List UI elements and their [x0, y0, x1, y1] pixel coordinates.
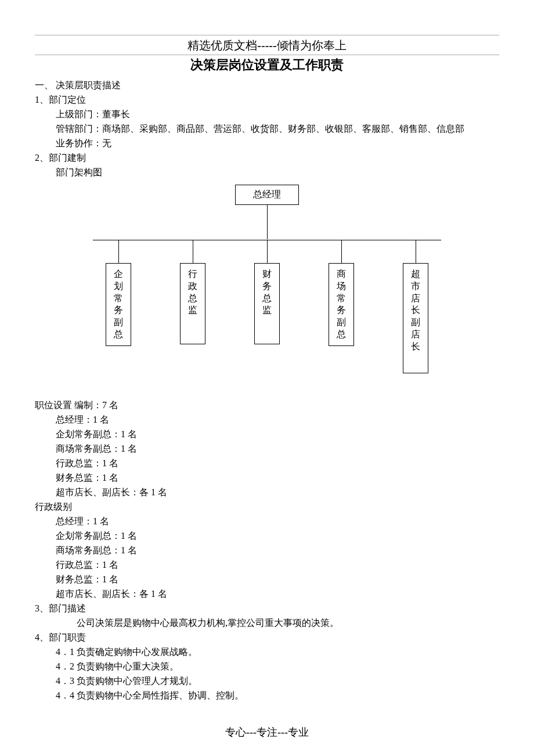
org-box-supermarket-manager: 超 市 店 长 副 店 长 [403, 263, 428, 373]
level-mall-vp: 商场常务副总：1 名 [56, 545, 499, 557]
position-gm: 总经理：1 名 [56, 414, 499, 426]
org-branches: 企 划 常 务 副 总 行 政 总 监 财 务 总 监 [64, 240, 470, 373]
duty-4-4: 4．4 负责购物中心全局性指挥、协调、控制。 [56, 690, 499, 702]
duty-4-2: 4．2 负责购物中心重大决策。 [56, 661, 499, 673]
document-title: 决策层岗位设置及工作职责 [35, 56, 499, 74]
org-connector-vertical [267, 204, 268, 239]
duty-4-3: 4．3 负责购物中心管理人才规划。 [56, 675, 499, 687]
header-top-rule [35, 35, 499, 35]
org-connector-branch [193, 240, 193, 263]
header-watermark: 精选优质文档-----倾情为你奉上 [35, 38, 499, 55]
org-connector-branch [416, 240, 416, 263]
level-finance-director: 财务总监：1 名 [56, 574, 499, 586]
dept-description: 公司决策层是购物中心最高权力机构,掌控公司重大事项的决策。 [77, 617, 499, 629]
duty-4-1: 4．1 负责确定购物中心发展战略。 [56, 646, 499, 658]
org-box-planning-vp: 企 划 常 务 副 总 [106, 263, 131, 346]
org-connector-branch [341, 240, 342, 263]
org-connector-branch [118, 240, 119, 263]
dept-manage: 管辖部门：商场部、采购部、商品部、营运部、收货部、财务部、收银部、客服部、销售部… [56, 123, 499, 135]
position-mall-vp: 商场常务副总：1 名 [56, 443, 499, 455]
level-planning-vp: 企划常务副总：1 名 [56, 530, 499, 542]
org-box-finance-director: 财 务 总 监 [254, 263, 280, 344]
section-1-3: 3、部门描述 [35, 603, 499, 615]
org-box-admin-director: 行 政 总 监 [180, 263, 205, 344]
position-setup-title: 职位设置 编制：7 名 [35, 399, 499, 412]
org-branch-2: 行 政 总 监 [156, 240, 230, 373]
org-chart: 总经理 企 划 常 务 副 总 行 政 总 监 [64, 185, 470, 388]
org-root-box: 总经理 [235, 185, 299, 205]
section-1-1: 1、部门定位 [35, 94, 499, 106]
dept-coop: 业务协作：无 [56, 138, 499, 150]
level-gm: 总经理：1 名 [56, 516, 499, 528]
org-chart-label: 部门架构图 [56, 167, 499, 179]
org-branch-4: 商 场 常 务 副 总 [304, 240, 378, 373]
position-admin-director: 行政总监：1 名 [56, 458, 499, 470]
org-branch-5: 超 市 店 长 副 店 长 [378, 240, 453, 373]
position-store-manager: 超市店长、副店长：各 1 名 [56, 487, 499, 499]
org-branch-1: 企 划 常 务 副 总 [81, 240, 156, 373]
org-connector-branch [267, 240, 268, 263]
position-planning-vp: 企划常务副总：1 名 [56, 429, 499, 441]
section-1-4: 4、部门职责 [35, 632, 499, 644]
section-1-title: 一、 决策层职责描述 [35, 80, 499, 92]
admin-level-title: 行政级别 [35, 501, 499, 513]
footer-text: 专心---专注---专业 [35, 725, 499, 739]
org-branch-3: 财 务 总 监 [230, 240, 304, 373]
position-finance-director: 财务总监：1 名 [56, 472, 499, 484]
level-admin-director: 行政总监：1 名 [56, 559, 499, 571]
dept-superior: 上级部门：董事长 [56, 109, 499, 121]
section-1-2: 2、部门建制 [35, 152, 499, 164]
org-box-mall-vp: 商 场 常 务 副 总 [329, 263, 354, 346]
level-store-manager: 超市店长、副店长：各 1 名 [56, 588, 499, 600]
